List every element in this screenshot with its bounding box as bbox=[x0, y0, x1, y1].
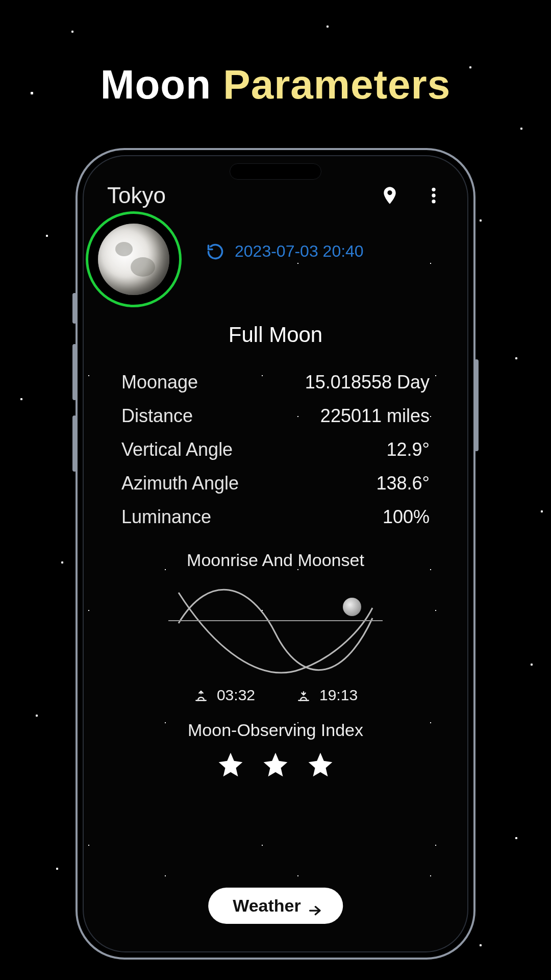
moonrise-time: 03:32 bbox=[193, 687, 255, 704]
star-icon bbox=[261, 750, 290, 779]
param-label: Luminance bbox=[121, 506, 211, 528]
observing-index-heading: Moon-Observing Index bbox=[104, 720, 447, 740]
moon-phase-image[interactable] bbox=[86, 211, 182, 307]
datetime-text: 2023-07-03 20:40 bbox=[235, 242, 364, 261]
param-label: Distance bbox=[121, 405, 193, 427]
phone-frame: Tokyo bbox=[76, 148, 475, 960]
param-value: 225011 miles bbox=[320, 405, 430, 427]
datetime-picker[interactable]: 2023-07-03 20:40 bbox=[206, 242, 364, 261]
weather-button-label: Weather bbox=[233, 896, 301, 916]
param-label: Azimuth Angle bbox=[121, 473, 239, 494]
star-icon bbox=[306, 750, 335, 779]
param-row-azimuth-angle: Azimuth Angle 138.6° bbox=[121, 467, 430, 500]
location-pin-icon[interactable] bbox=[380, 185, 400, 206]
moonset-time: 19:13 bbox=[296, 687, 358, 704]
moonset-value: 19:13 bbox=[319, 687, 358, 704]
observing-index-stars bbox=[104, 750, 447, 779]
moonrise-icon bbox=[193, 689, 209, 701]
moonset-icon bbox=[296, 689, 311, 701]
param-row-luminance: Luminance 100% bbox=[121, 500, 430, 534]
param-value: 100% bbox=[383, 506, 430, 528]
marketing-title-plain: Moon bbox=[101, 62, 211, 107]
param-row-vertical-angle: Vertical Angle 12.9° bbox=[121, 433, 430, 467]
more-vertical-icon[interactable] bbox=[423, 185, 444, 206]
location-name[interactable]: Tokyo bbox=[107, 183, 166, 208]
star-icon bbox=[216, 750, 245, 779]
parameter-list: Moonage 15.018558 Day Distance 225011 mi… bbox=[121, 365, 430, 534]
param-value: 12.9° bbox=[387, 439, 430, 460]
moonrise-value: 03:32 bbox=[217, 687, 255, 704]
param-row-distance: Distance 225011 miles bbox=[121, 399, 430, 433]
rise-set-times: 03:32 19:13 bbox=[104, 687, 447, 704]
marketing-title-accent: Parameters bbox=[223, 62, 450, 107]
moon-icon bbox=[98, 224, 169, 295]
svg-point-0 bbox=[432, 188, 435, 191]
phase-name: Full Moon bbox=[104, 323, 447, 347]
svg-point-1 bbox=[432, 193, 435, 197]
param-label: Moonage bbox=[121, 372, 198, 393]
app-header: Tokyo bbox=[104, 183, 447, 208]
param-label: Vertical Angle bbox=[121, 439, 233, 460]
param-row-moonage: Moonage 15.018558 Day bbox=[121, 365, 430, 399]
arrow-right-icon bbox=[308, 900, 321, 912]
current-moon-position-icon bbox=[343, 598, 361, 616]
svg-point-2 bbox=[432, 200, 435, 203]
moon-trajectory-graph bbox=[168, 582, 383, 684]
app-screen: Tokyo bbox=[83, 155, 468, 952]
horizon-line bbox=[168, 620, 383, 621]
param-value: 138.6° bbox=[377, 473, 430, 494]
marketing-title: Moon Parameters bbox=[0, 61, 551, 108]
history-refresh-icon[interactable] bbox=[206, 242, 224, 261]
weather-button[interactable]: Weather bbox=[208, 888, 343, 924]
rise-set-heading: Moonrise And Moonset bbox=[104, 550, 447, 570]
param-value: 15.018558 Day bbox=[305, 372, 430, 393]
